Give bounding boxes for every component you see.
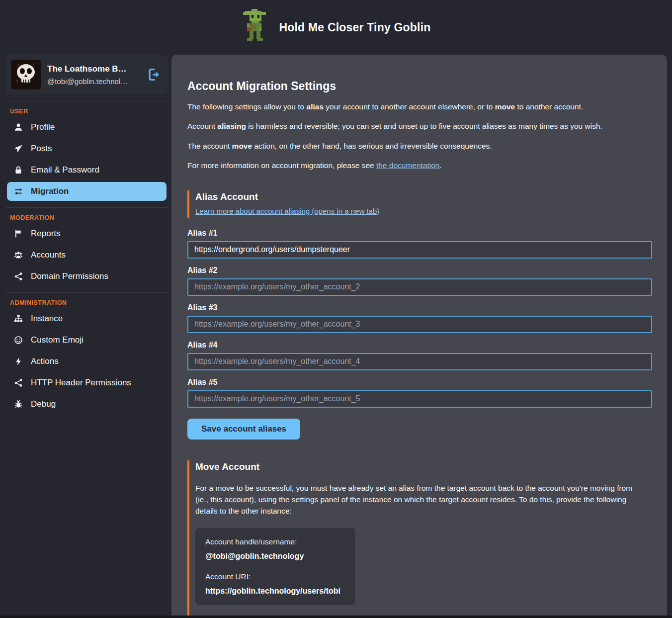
bolt-icon (13, 357, 23, 366)
sidebar-section-administration: ADMINISTRATION Instance Custom Emoji (6, 292, 168, 414)
alias-1-input[interactable] (187, 241, 652, 259)
alias-5-input[interactable] (187, 390, 652, 408)
share-nodes-icon (13, 272, 23, 281)
sidebar: The Loathsome B… @tobi@goblin.technol… U… (0, 55, 171, 416)
bug-icon (13, 400, 23, 409)
alias-4-label: Alias #4 (187, 341, 652, 350)
intro-paragraph: The following settings allow you to alia… (187, 101, 652, 112)
sidebar-item-label: HTTP Header Permissions (31, 378, 131, 388)
sidebar-item-debug[interactable]: Debug (7, 395, 167, 414)
sidebar-section-moderation: MODERATION Reports Accounts (6, 207, 168, 286)
sign-out-icon (148, 68, 161, 81)
intro-paragraph: Account aliasing is harmless and reversi… (187, 121, 652, 132)
user-display-name: The Loathsome B… (47, 64, 141, 74)
intro-paragraphs: The following settings allow you to alia… (187, 101, 652, 172)
sidebar-item-posts[interactable]: Posts (7, 139, 167, 158)
alias-4-input[interactable] (187, 353, 652, 370)
account-details-box: Account handle/username: @tobi@goblin.te… (195, 528, 355, 605)
sign-out-button[interactable] (148, 68, 161, 81)
sidebar-item-domain-permissions[interactable]: Domain Permissions (7, 267, 167, 286)
save-account-aliases-button[interactable]: Save account aliases (187, 419, 300, 440)
pixel-goblin-logo (241, 5, 270, 49)
sidebar-item-label: Accounts (31, 250, 66, 260)
page-title: Account Migration Settings (187, 80, 652, 93)
alias-5-label: Alias #5 (187, 378, 652, 387)
alias-account-section-header: Alias Account Learn more about account a… (187, 190, 652, 218)
move-account-description: For a move to be successful, you must ha… (195, 482, 643, 517)
user-handle: @tobi@goblin.technol… (47, 77, 141, 86)
documentation-link[interactable]: the documentation (376, 161, 440, 170)
move-account-heading: Move Account (195, 461, 652, 472)
intro-paragraph: The account move action, on the other ha… (187, 141, 652, 152)
section-heading-moderation: MODERATION (6, 214, 168, 221)
intro-paragraph: For more information on account migratio… (187, 160, 652, 171)
user-card: The Loathsome B… @tobi@goblin.technol… (6, 55, 168, 94)
alias-field: Alias #4 (187, 341, 652, 370)
account-handle-value: @tobi@goblin.technology (205, 552, 345, 561)
paper-plane-icon (13, 144, 23, 153)
smiley-icon (13, 336, 23, 345)
alias-3-label: Alias #3 (187, 303, 652, 312)
migration-settings-panel: Account Migration Settings The following… (171, 55, 667, 618)
sidebar-item-reports[interactable]: Reports (7, 224, 167, 243)
sidebar-nav: USER Profile Posts (6, 101, 168, 414)
account-handle-label: Account handle/username: (205, 537, 345, 546)
instance-header: Hold Me Closer Tiny Goblin (0, 0, 672, 55)
sidebar-item-actions[interactable]: Actions (7, 352, 167, 371)
sidebar-item-profile[interactable]: Profile (7, 118, 167, 137)
alias-form: Alias #1 Alias #2 Alias #3 Alias #4 Alia… (187, 229, 652, 440)
move-account-section: Move Account For a move to be successful… (187, 460, 652, 618)
lock-icon (13, 166, 23, 175)
instance-title: Hold Me Closer Tiny Goblin (279, 21, 430, 34)
sidebar-item-label: Custom Emoji (31, 335, 84, 345)
account-uri-value: https://goblin.technology/users/tobi (205, 587, 345, 596)
alias-1-label: Alias #1 (187, 229, 652, 238)
alias-account-heading: Alias Account (195, 191, 652, 202)
users-icon (13, 251, 23, 260)
section-heading-user: USER (6, 108, 168, 115)
alias-3-input[interactable] (187, 316, 652, 333)
sidebar-item-migration[interactable]: Migration (7, 182, 167, 201)
sidebar-item-label: Domain Permissions (31, 271, 108, 281)
window-bottom-edge (0, 616, 672, 618)
exchange-arrows-icon (13, 187, 23, 196)
sidebar-item-label: Profile (31, 122, 55, 132)
user-meta: The Loathsome B… @tobi@goblin.technol… (47, 64, 141, 86)
sidebar-section-user: USER Profile Posts (6, 101, 168, 201)
alias-field: Alias #5 (187, 378, 652, 408)
user-icon (13, 123, 23, 132)
account-uri-label: Account URI: (205, 572, 345, 581)
sidebar-item-label: Migration (31, 186, 69, 196)
section-heading-administration: ADMINISTRATION (6, 299, 168, 306)
sidebar-item-http-header-permissions[interactable]: HTTP Header Permissions (7, 373, 167, 392)
alias-field: Alias #3 (187, 303, 652, 333)
avatar (11, 60, 41, 89)
sidebar-item-email-password[interactable]: Email & Password (7, 161, 167, 179)
share-nodes-icon (13, 378, 23, 387)
sidebar-item-label: Actions (31, 356, 59, 366)
sidebar-item-label: Debug (31, 399, 56, 409)
alias-2-label: Alias #2 (187, 266, 652, 275)
alias-learn-more-link[interactable]: Learn more about account aliasing (opens… (195, 207, 379, 215)
sidebar-item-label: Instance (31, 314, 63, 324)
sitemap-icon (13, 314, 23, 323)
sidebar-item-label: Email & Password (31, 165, 99, 175)
alias-2-input[interactable] (187, 278, 652, 296)
alias-field: Alias #2 (187, 266, 652, 296)
sidebar-item-instance[interactable]: Instance (7, 309, 167, 328)
sidebar-item-label: Reports (31, 229, 61, 239)
sidebar-item-label: Posts (31, 144, 52, 154)
flag-icon (13, 229, 23, 238)
sidebar-item-custom-emoji[interactable]: Custom Emoji (7, 331, 167, 350)
alias-field: Alias #1 (187, 229, 652, 259)
sidebar-item-accounts[interactable]: Accounts (7, 246, 167, 265)
